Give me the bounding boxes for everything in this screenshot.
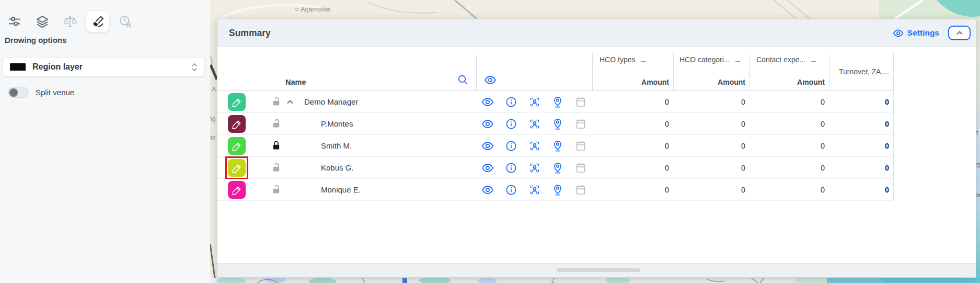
lock-open-icon[interactable] <box>271 184 282 195</box>
table-row: Kobus G. 0 0 0 0 <box>217 157 893 179</box>
visibility-icon[interactable] <box>481 118 494 130</box>
search-icon[interactable] <box>457 74 469 86</box>
user-scan-icon[interactable] <box>528 140 541 152</box>
lock-open-icon[interactable] <box>271 162 282 173</box>
horizontal-scrollbar-thumb[interactable] <box>557 268 640 272</box>
lock-closed-icon[interactable] <box>271 140 282 151</box>
user-scan-icon[interactable] <box>528 96 541 108</box>
horizontal-scrollbar-track[interactable] <box>217 263 976 277</box>
row-color-edit-button[interactable] <box>228 137 246 155</box>
row-color-highlight <box>228 137 246 155</box>
chevron-up-icon <box>955 29 964 37</box>
clock-person-icon <box>118 14 133 29</box>
map-place-marker-icon <box>295 8 298 11</box>
summary-panel-header: Summary Settings <box>217 19 976 47</box>
calendar-icon <box>574 118 587 130</box>
layer-select[interactable]: Region layer <box>3 57 205 77</box>
location-pin-icon[interactable] <box>551 162 564 174</box>
map-background-top: Arjamsvlei <box>210 0 980 19</box>
layers-icon <box>35 14 50 29</box>
layer-select-value: Region layer <box>32 62 83 72</box>
info-icon[interactable] <box>505 140 517 152</box>
filter-sliders-icon <box>7 14 22 29</box>
map-left-roads <box>210 19 217 278</box>
location-pin-icon[interactable] <box>551 140 564 152</box>
column-divider <box>476 55 477 90</box>
visibility-icon[interactable] <box>481 162 494 174</box>
info-icon[interactable] <box>505 96 517 108</box>
expand-column-arrow-icon[interactable]: → <box>733 55 741 64</box>
pencil-icon <box>232 185 243 196</box>
amount-value: 0 <box>750 113 825 135</box>
scale-tool-button[interactable] <box>59 10 82 32</box>
row-color-highlight <box>228 159 246 177</box>
location-pin-icon[interactable] <box>551 184 564 196</box>
user-scan-icon[interactable] <box>528 184 541 196</box>
calendar-icon <box>574 140 587 152</box>
info-icon[interactable] <box>505 162 517 174</box>
user-scan-icon[interactable] <box>528 162 541 174</box>
amount-value: 0 <box>750 179 825 201</box>
filter-sliders-tool-button[interactable] <box>3 10 26 32</box>
map-bottom-detail <box>210 278 980 283</box>
table-right-edge-divider <box>893 53 894 200</box>
highlighter-icon <box>90 14 105 29</box>
split-venue-toggle[interactable] <box>8 87 29 98</box>
info-icon[interactable] <box>505 184 517 196</box>
location-pin-icon[interactable] <box>551 96 564 108</box>
row-color-edit-button[interactable] <box>228 159 246 177</box>
expand-column-arrow-icon[interactable]: → <box>809 55 817 64</box>
amount-value: 0 <box>592 135 669 157</box>
highlighter-tool-button[interactable] <box>86 11 109 32</box>
row-color-edit-button[interactable] <box>228 93 246 111</box>
table-row: Monique E. 0 0 0 0 <box>217 179 893 201</box>
row-color-edit-button[interactable] <box>228 181 246 199</box>
map-text-fragment: A <box>212 86 216 93</box>
collapse-panel-button[interactable] <box>948 26 971 40</box>
calendar-icon <box>574 184 587 196</box>
amount-value: 0 <box>673 91 745 113</box>
table-body: Demo Manager 0 0 0 0 <box>217 91 893 201</box>
layer-select-stepper[interactable] <box>191 63 198 72</box>
map-background-bottom <box>210 278 980 283</box>
location-pin-icon[interactable] <box>551 118 564 130</box>
row-color-highlight <box>228 115 246 133</box>
amount-value: 0 <box>750 157 825 179</box>
lock-open-icon[interactable] <box>271 96 282 107</box>
row-name: Demo Manager <box>304 91 358 113</box>
visibility-icon[interactable] <box>481 140 494 152</box>
row-color-highlight <box>228 181 246 199</box>
map-text-fragment: D <box>976 162 980 168</box>
layers-tool-button[interactable] <box>31 10 54 32</box>
amount-value: 0 <box>592 157 669 179</box>
lock-open-icon[interactable] <box>271 118 282 129</box>
info-icon[interactable] <box>505 118 517 130</box>
settings-button[interactable]: Settings <box>893 19 939 47</box>
table-row: P.Montes 0 0 0 0 <box>217 113 893 135</box>
table-row: Smith M. 0 0 0 0 <box>217 135 893 157</box>
visibility-icon[interactable] <box>481 184 494 196</box>
expand-column-arrow-icon[interactable]: → <box>639 55 647 64</box>
turnover-value: 0 <box>829 179 889 201</box>
column-group-contact-expenses: Contact expe... → <box>756 54 817 65</box>
row-name: P.Montes <box>321 113 353 135</box>
amount-header: Amount <box>592 76 669 88</box>
column-group-hco-categories: HCO categori... → <box>679 54 741 65</box>
visibility-icon[interactable] <box>481 96 494 108</box>
turnover-value: 0 <box>829 91 889 113</box>
map-background-left-sliver: A ng rie <box>210 19 217 278</box>
map-text-fragment: t <box>976 129 978 135</box>
amount-value: 0 <box>592 91 669 113</box>
visibility-column-icon[interactable] <box>484 74 497 86</box>
split-venue-row: Split venue <box>8 87 74 98</box>
name-column-header: Name <box>285 76 306 88</box>
collapse-row-icon[interactable] <box>286 98 294 106</box>
history-tool-button[interactable] <box>114 10 137 32</box>
amount-value: 0 <box>750 135 825 157</box>
turnover-value: 0 <box>829 113 889 135</box>
row-color-edit-button[interactable] <box>228 115 246 133</box>
user-scan-icon[interactable] <box>528 118 541 130</box>
amount-header: Amount <box>750 76 825 88</box>
sidebar-toolbar <box>3 10 137 32</box>
table-row: Demo Manager 0 0 0 0 <box>217 91 893 113</box>
